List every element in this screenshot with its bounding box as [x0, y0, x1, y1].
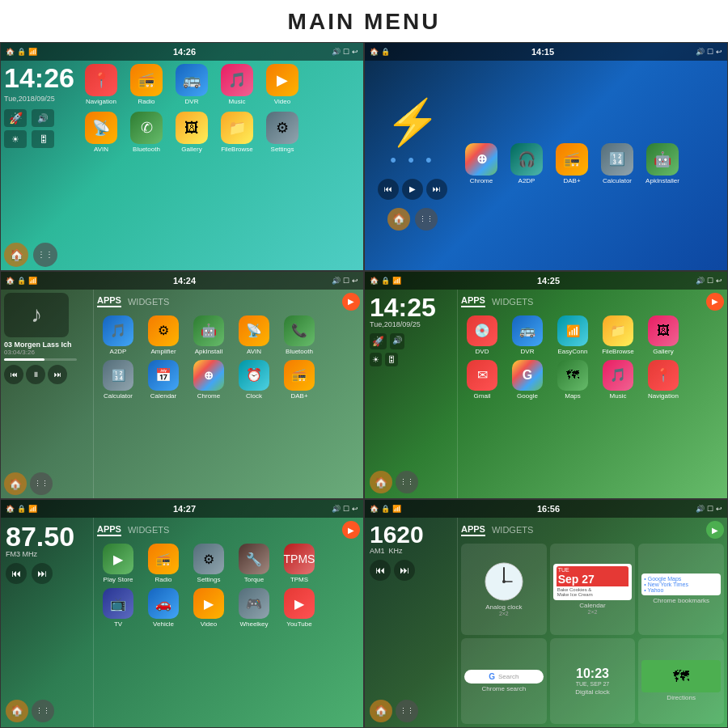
apps-button-4[interactable]: ⋮⋮: [396, 471, 418, 493]
vehicle-icon[interactable]: 🚗 Vehicle: [142, 588, 184, 628]
easyconn-icon[interactable]: 📶 EasyConn: [552, 315, 594, 355]
tab-widgets-3[interactable]: WIDGETS: [128, 297, 169, 307]
home-button-4[interactable]: 🏠: [370, 471, 392, 493]
next-radio[interactable]: ⏭: [32, 563, 53, 584]
dvr-icon[interactable]: 🚌 DVR: [171, 64, 213, 105]
home-icon-5[interactable]: 🏠: [6, 505, 15, 513]
calendar-widget-card[interactable]: TUESep 27 Bake Cookies &Make Ice Cream C…: [550, 544, 636, 634]
next-btn-3[interactable]: ⏭: [48, 365, 67, 384]
apps-button-6[interactable]: ⋮⋮: [396, 700, 418, 722]
youtube-icon[interactable]: ▶ YouTube: [278, 588, 320, 628]
next-am[interactable]: ⏭: [394, 560, 415, 581]
digital-clock-widget[interactable]: 10:23 TUE, SEP 27 Digital clock: [550, 638, 636, 724]
home-icon-3[interactable]: 🏠: [6, 277, 15, 285]
directions-widget[interactable]: 🗺 Directions: [638, 638, 724, 724]
a2dp-icon-3[interactable]: 🎵 A2DP: [97, 315, 139, 355]
home-icon-4[interactable]: 🏠: [370, 277, 379, 285]
nav-icon[interactable]: 📍 Navigation: [80, 64, 122, 105]
google-icon[interactable]: G Google: [506, 360, 548, 400]
calc-icon-3[interactable]: 🔢 Calculator: [97, 360, 139, 400]
bluetooth-icon-3[interactable]: 📞 Bluetooth: [278, 315, 320, 355]
pause-btn-3[interactable]: ⏸: [26, 365, 45, 384]
play-all-btn-4[interactable]: ▶: [706, 293, 724, 311]
playstore-icon[interactable]: ▶ Play Store: [97, 544, 139, 583]
volume-icon[interactable]: 🔊: [32, 109, 54, 127]
chrome-icon-3[interactable]: ⊕ Chrome: [188, 360, 230, 400]
calc-icon-2[interactable]: 🔢 Calculator: [596, 143, 638, 184]
bluetooth-icon[interactable]: ✆ Bluetooth: [125, 112, 167, 153]
tpms-icon[interactable]: TPMS TPMS: [278, 544, 320, 583]
filebrowse-icon-4[interactable]: 📁 FileBrowse: [597, 315, 639, 355]
music-icon-4[interactable]: 🎵 Music: [597, 360, 639, 400]
dab-icon-3[interactable]: 📻 DAB+: [278, 360, 320, 400]
dvd-icon[interactable]: 💿 DVD: [461, 315, 503, 355]
filebrowse-icon[interactable]: 📁 FileBrowse: [216, 112, 258, 153]
apps-button-2[interactable]: ⋮⋮: [415, 208, 438, 231]
home-button-1[interactable]: 🏠: [4, 243, 28, 267]
gmail-icon[interactable]: ✉ Gmail: [461, 360, 503, 400]
music-icon[interactable]: 🎵 Music: [216, 64, 258, 105]
tv-icon[interactable]: 📺 TV: [97, 588, 139, 628]
wheelkey-icon[interactable]: 🎮 Wheelkey: [233, 588, 275, 628]
play-all-btn-6[interactable]: ▶: [706, 521, 724, 539]
tune-icon[interactable]: 🎛: [32, 130, 54, 148]
bright-icon-4[interactable]: ☀: [370, 353, 382, 366]
dvr-icon-4[interactable]: 🚌 DVR: [506, 315, 548, 355]
prev-radio[interactable]: ⏮: [6, 563, 27, 584]
tab-apps-5[interactable]: APPS: [97, 524, 121, 536]
play-btn-2[interactable]: ▶: [402, 179, 423, 200]
panel-2: 🏠 🔒 14:15 🔊 ☐ ↩ ⚡ • • • ⏮ ▶ ⏭ 🏠: [364, 42, 728, 271]
settings-icon[interactable]: ⚙ Settings: [261, 112, 303, 153]
brightness-icon[interactable]: ☀: [4, 130, 27, 148]
tab-apps-4[interactable]: APPS: [461, 295, 485, 307]
dab-icon-2[interactable]: 📻 DAB+: [551, 143, 593, 184]
apps-button-5[interactable]: ⋮⋮: [32, 700, 54, 722]
maps-icon[interactable]: 🗺 Maps: [552, 360, 594, 400]
apps-button-3[interactable]: ⋮⋮: [30, 472, 53, 495]
prev-btn-3[interactable]: ⏮: [4, 365, 23, 384]
home-button-2[interactable]: 🏠: [387, 208, 410, 231]
tab-widgets-4[interactable]: WIDGETS: [492, 297, 533, 307]
next-btn-2[interactable]: ⏭: [426, 179, 447, 200]
video-icon-5[interactable]: ▶ Video: [188, 588, 230, 628]
home-icon-6[interactable]: 🏠: [370, 505, 379, 513]
chrome-bookmarks-widget[interactable]: • Google Maps • New York Times • Yahoo C…: [638, 544, 724, 634]
play-all-btn-3[interactable]: ▶: [342, 293, 360, 311]
rocket-icon-4[interactable]: 🚀: [370, 333, 387, 349]
home-icon-1[interactable]: 🏠: [6, 48, 15, 56]
tab-widgets-5[interactable]: WIDGETS: [128, 525, 169, 535]
calendar-icon-3[interactable]: 📅 Calendar: [142, 360, 184, 400]
a2dp-icon-2[interactable]: 🎧 A2DP: [506, 143, 548, 184]
nav-icon-4[interactable]: 📍 Navigation: [642, 360, 684, 400]
home-button-3[interactable]: 🏠: [4, 472, 27, 495]
gallery-icon-4[interactable]: 🖼 Gallery: [642, 315, 684, 355]
gallery-icon[interactable]: 🖼 Gallery: [171, 112, 213, 153]
radio-icon[interactable]: 📻 Radio: [125, 64, 167, 105]
torque-icon[interactable]: 🔧 Torque: [233, 544, 275, 583]
home-icon-2[interactable]: 🏠: [370, 48, 379, 56]
play-all-btn-5[interactable]: ▶: [342, 521, 360, 539]
amplifier-icon[interactable]: ⚙ Amplifier: [142, 315, 184, 355]
apkinstall-icon-3[interactable]: 🤖 ApkInstall: [188, 315, 230, 355]
chrome-icon-2[interactable]: ⊕ Chrome: [460, 143, 502, 184]
prev-am[interactable]: ⏮: [370, 560, 391, 581]
tune-icon-4[interactable]: 🎛: [385, 353, 398, 366]
tab-widgets-6[interactable]: WIDGETS: [492, 525, 533, 535]
home-button-5[interactable]: 🏠: [6, 700, 28, 722]
avin-icon[interactable]: 📡 AVIN: [80, 112, 122, 153]
tab-apps-3[interactable]: APPS: [97, 295, 121, 307]
vol-icon-4[interactable]: 🔊: [390, 333, 404, 349]
chrome-search-widget[interactable]: G Search Chrome search: [461, 638, 547, 724]
apk-icon-2[interactable]: 🤖 ApkInstaller: [641, 143, 684, 184]
analog-clock-widget[interactable]: Analog clock 2×2: [461, 544, 547, 634]
radio-icon-5[interactable]: 📻 Radio: [142, 544, 184, 583]
settings-icon-5[interactable]: ⚙ Settings: [188, 544, 230, 583]
avin-icon-3[interactable]: 📡 AVIN: [233, 315, 275, 355]
prev-btn-2[interactable]: ⏮: [378, 179, 399, 200]
clock-icon-3[interactable]: ⏰ Clock: [233, 360, 275, 400]
video-icon[interactable]: ▶ Video: [261, 64, 303, 105]
rocket-icon[interactable]: 🚀: [4, 109, 27, 127]
tab-apps-6[interactable]: APPS: [461, 524, 485, 536]
apps-button-1[interactable]: ⋮⋮: [33, 243, 57, 267]
home-button-6[interactable]: 🏠: [370, 700, 392, 722]
